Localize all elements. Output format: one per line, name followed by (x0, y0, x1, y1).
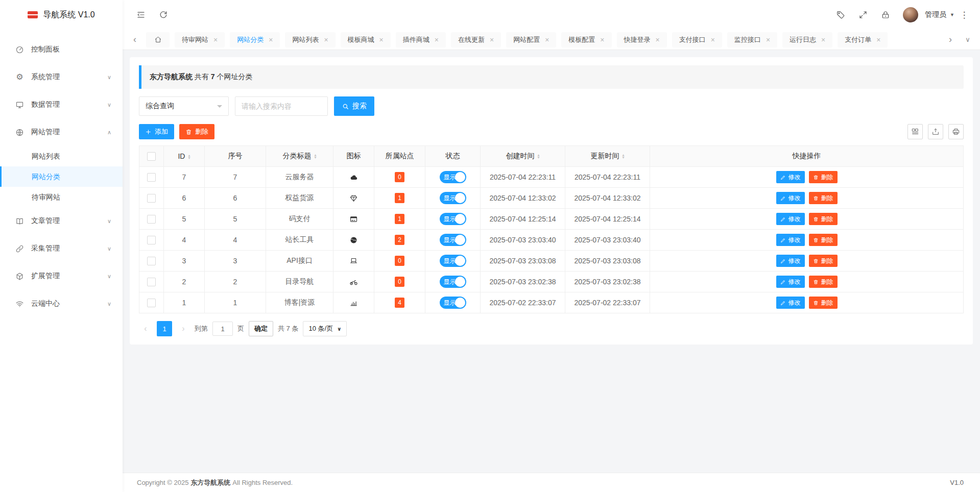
edit-button[interactable]: 修改 (776, 234, 805, 246)
row-delete-button[interactable]: 删除 (809, 297, 838, 309)
edit-button[interactable]: 修改 (776, 213, 805, 225)
edit-button[interactable]: 修改 (776, 192, 805, 204)
sidebar-item-4[interactable]: 文章管理∨ (0, 207, 123, 235)
sidebar-item-5[interactable]: 采集管理∨ (0, 235, 123, 262)
sidebar-item-7[interactable]: 云端中心∨ (0, 290, 123, 317)
column-header-6[interactable]: 创建时间▴▾ (481, 146, 565, 167)
close-icon[interactable]: × (600, 36, 604, 44)
close-icon[interactable]: × (490, 36, 494, 44)
close-icon[interactable]: × (545, 36, 549, 44)
edit-button[interactable]: 修改 (776, 276, 805, 288)
column-header-7[interactable]: 更新时间▴▾ (565, 146, 650, 167)
tab-9[interactable]: 支付接口× (672, 32, 722, 47)
add-button[interactable]: 添加 (139, 124, 174, 139)
row-checkbox[interactable] (147, 278, 156, 286)
goto-page-input[interactable] (212, 322, 233, 336)
tab-4[interactable]: 插件商城× (396, 32, 446, 47)
per-page-select[interactable]: 10 条/页 ∨ (303, 321, 347, 336)
column-header-2[interactable]: 分类标题▴▾ (266, 146, 333, 167)
row-checkbox[interactable] (147, 194, 156, 203)
tab-1[interactable]: 网站分类× (230, 32, 280, 47)
sidebar-item-2[interactable]: 数据管理∨ (0, 91, 123, 118)
select-all-checkbox[interactable] (147, 152, 156, 161)
tab-12[interactable]: 支付订单× (838, 32, 888, 47)
tag-button[interactable] (830, 5, 851, 25)
fullscreen-button[interactable] (853, 5, 873, 25)
row-checkbox[interactable] (147, 299, 156, 307)
refresh-button[interactable] (153, 5, 174, 25)
collapse-sidebar-button[interactable] (131, 5, 151, 25)
tab-11[interactable]: 运行日志× (782, 32, 832, 47)
tabs-scroll-left-button[interactable]: ‹ (129, 32, 141, 47)
export-button[interactable] (928, 124, 943, 139)
sort-icon[interactable]: ▴▾ (537, 154, 539, 159)
tabs-menu-button[interactable]: ∨ (962, 32, 974, 47)
row-delete-button[interactable]: 删除 (809, 171, 838, 183)
sidebar-item-0[interactable]: 控制面板 (0, 36, 123, 63)
row-delete-button[interactable]: 删除 (809, 234, 838, 246)
tab-8[interactable]: 快捷登录× (617, 32, 667, 47)
status-toggle[interactable]: 显示 (440, 192, 466, 204)
close-icon[interactable]: × (213, 36, 218, 44)
tab-7[interactable]: 模板配置× (561, 32, 611, 47)
edit-button[interactable]: 修改 (776, 297, 805, 309)
bulk-delete-button[interactable]: 删除 (179, 124, 214, 139)
row-delete-button[interactable]: 删除 (809, 255, 838, 267)
status-toggle[interactable]: 显示 (440, 171, 466, 183)
close-icon[interactable]: × (656, 36, 660, 44)
tabs-scroll-right-button[interactable]: › (944, 32, 957, 47)
page-1-button[interactable]: 1 (157, 321, 172, 336)
tab-0[interactable]: 待审网站× (175, 32, 225, 47)
row-delete-button[interactable]: 删除 (809, 276, 838, 288)
sidebar-item-1[interactable]: ⚙系统管理∨ (0, 63, 123, 91)
sort-icon[interactable]: ▴▾ (622, 154, 624, 159)
sort-icon[interactable]: ▴▾ (188, 154, 190, 159)
status-toggle[interactable]: 显示 (440, 213, 466, 225)
tab-10[interactable]: 监控接口× (727, 32, 777, 47)
sidebar-item-3[interactable]: 网站管理∧ (0, 118, 123, 146)
close-icon[interactable]: × (876, 36, 880, 44)
lock-button[interactable] (875, 5, 896, 25)
row-checkbox[interactable] (147, 215, 156, 224)
print-button[interactable] (948, 124, 964, 139)
app-logo[interactable]: 导航系统 V1.0 (0, 0, 123, 30)
tab-5[interactable]: 在线更新× (451, 32, 501, 47)
filter-columns-button[interactable] (907, 124, 923, 139)
goto-confirm-button[interactable]: 确定 (249, 321, 273, 336)
close-icon[interactable]: × (269, 36, 273, 44)
close-icon[interactable]: × (711, 36, 715, 44)
tab-6[interactable]: 网站配置× (506, 32, 556, 47)
search-filter-select[interactable]: 综合查询 (139, 96, 229, 116)
sort-icon[interactable]: ▴▾ (314, 154, 316, 159)
username[interactable]: 管理员 (925, 10, 946, 19)
sidebar-subitem-3-0[interactable]: 网站列表 (0, 146, 123, 166)
prev-page-button[interactable]: ‹ (139, 322, 152, 336)
row-delete-button[interactable]: 删除 (809, 213, 838, 225)
search-input[interactable] (235, 96, 328, 116)
search-button[interactable]: 搜索 (334, 96, 374, 116)
sidebar-item-6[interactable]: 扩展管理∨ (0, 262, 123, 290)
sidebar-subitem-3-2[interactable]: 待审网站 (0, 187, 123, 207)
close-icon[interactable]: × (435, 36, 439, 44)
next-page-button[interactable]: › (177, 322, 190, 336)
close-icon[interactable]: × (766, 36, 770, 44)
row-checkbox[interactable] (147, 173, 156, 182)
row-delete-button[interactable]: 删除 (809, 192, 838, 204)
status-toggle[interactable]: 显示 (440, 276, 466, 288)
status-toggle[interactable]: 显示 (440, 297, 466, 309)
more-menu-button[interactable]: ⋮ (957, 10, 972, 20)
row-checkbox[interactable] (147, 257, 156, 265)
tab-2[interactable]: 网站列表× (285, 32, 335, 47)
tab-3[interactable]: 模板商城× (341, 32, 391, 47)
close-icon[interactable]: × (379, 36, 384, 44)
avatar[interactable] (903, 7, 918, 22)
column-header-0[interactable]: ID▴▾ (164, 146, 205, 167)
row-checkbox[interactable] (147, 236, 156, 244)
edit-button[interactable]: 修改 (776, 255, 805, 267)
sidebar-subitem-3-1[interactable]: 网站分类 (0, 166, 123, 187)
tab-home[interactable] (146, 32, 170, 47)
close-icon[interactable]: × (821, 36, 825, 44)
edit-button[interactable]: 修改 (776, 171, 805, 183)
close-icon[interactable]: × (324, 36, 328, 44)
status-toggle[interactable]: 显示 (440, 255, 466, 267)
